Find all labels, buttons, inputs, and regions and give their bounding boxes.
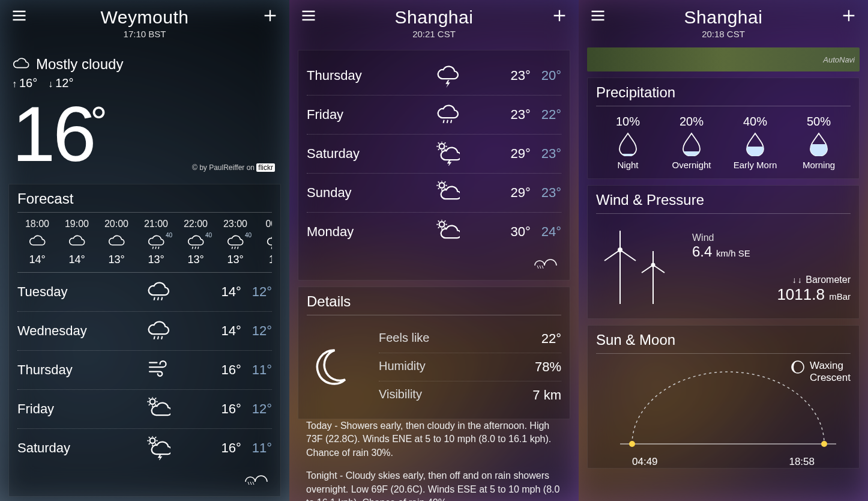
hourly-item: 21:00 40 13° [136, 219, 176, 266]
city-name: Weymouth [101, 7, 189, 28]
header-bar: Weymouth 17:10 BST [8, 0, 281, 44]
provider-attribution[interactable] [307, 251, 561, 280]
daily-row: Tuesday 14°12° [17, 272, 272, 311]
high-temp: ↑16° [12, 76, 37, 90]
weather-icon [436, 142, 466, 166]
hourly-item: 00:0 13 [255, 219, 272, 266]
svg-line-12 [604, 250, 620, 261]
weather-icon [146, 358, 176, 382]
add-location-icon[interactable] [840, 7, 857, 24]
weather-icon [146, 280, 176, 304]
header-bar: Shanghai 20:21 CST [298, 0, 570, 44]
moon-icon [307, 325, 367, 409]
details-panel: Details Feels like22°Humidity78%Visibili… [298, 287, 570, 419]
menu-icon[interactable] [300, 7, 317, 24]
wunderground-logo [531, 255, 561, 272]
weather-screen-3: Shanghai 20:18 CST AutoNavi Precipitatio… [579, 0, 868, 501]
daily-row: Thursday 16°11° [17, 350, 272, 389]
local-time: 20:21 CST [395, 29, 474, 39]
sunset-time: 18:58 [789, 456, 815, 468]
forecast-label: Forecast [17, 190, 272, 213]
wind-value: 6.4 km/h SE [692, 243, 851, 260]
sun-moon-panel: Sun & Moon WaxingCrescent 04:49 [587, 325, 860, 469]
map-provider-label: AutoNavi [823, 55, 855, 64]
add-location-icon[interactable] [262, 7, 279, 24]
wind-pressure-label: Wind & Pressure [596, 192, 851, 214]
hourly-forecast[interactable]: 18:00 14°19:00 14°20:00 13°21:00 40 13°2… [17, 213, 272, 266]
svg-rect-8 [809, 144, 829, 156]
daily-row: Saturday 16°11° [17, 428, 272, 467]
precip-item: 40% Early Morn [723, 115, 787, 170]
svg-point-21 [629, 441, 635, 447]
city-name: Shanghai [395, 7, 474, 28]
svg-point-0 [149, 399, 155, 404]
details-item: Visibility7 km [379, 381, 561, 409]
daily-forecast-list: Tuesday 14°12°Wednesday 14°12°Thursday 1… [17, 272, 272, 467]
wind-pressure-panel: Wind & Pressure [587, 185, 860, 319]
weather-icon [436, 103, 466, 127]
daily-row: Monday 30°24° [307, 212, 561, 251]
low-temp: ↓12° [48, 76, 73, 90]
hourly-item: 19:00 14° [57, 219, 97, 266]
precipitation-row: 10% Night20% Overnight40% Early Morn50% … [596, 106, 851, 178]
flickr-logo: flickr [256, 163, 275, 172]
wind-turbine-icon [596, 226, 680, 304]
barometer-value: 1011.8 mBar [692, 285, 851, 304]
svg-point-1 [149, 438, 155, 443]
narrative-today: Today - Showers early, then cloudy in th… [306, 419, 562, 460]
svg-rect-7 [745, 147, 765, 156]
svg-line-13 [620, 250, 636, 261]
weather-icon [436, 220, 466, 244]
sun-moon-label: Sun & Moon [596, 332, 851, 354]
condition-text: Mostly cloudy [36, 56, 123, 73]
details-item: Humidity78% [379, 353, 561, 381]
daily-row: Friday 23°22° [307, 95, 561, 134]
cloud-icon [12, 57, 30, 71]
map-preview[interactable]: AutoNavi [587, 47, 860, 71]
sun-arc [620, 360, 836, 450]
daily-row: Sunday 29°23° [307, 173, 561, 212]
daily-row: Saturday 29°23° [307, 134, 561, 173]
menu-icon[interactable] [589, 7, 606, 24]
local-time: 20:18 CST [684, 29, 763, 39]
wind-label: Wind [692, 232, 851, 243]
daily-row: Friday 16°12° [17, 389, 272, 428]
precip-item: 20% Overnight [660, 115, 723, 170]
hourly-item: 22:00 40 13° [176, 219, 215, 266]
svg-rect-5 [618, 154, 638, 156]
menu-icon[interactable] [11, 7, 28, 24]
current-conditions: Mostly cloudy ↑16° ↓12° 16° © by PaulRei… [8, 44, 281, 178]
svg-point-3 [439, 183, 444, 188]
precipitation-panel: Precipitation 10% Night20% Overnight40% … [587, 77, 860, 179]
svg-rect-6 [681, 151, 702, 156]
wunderground-logo [242, 471, 272, 488]
weather-icon [436, 64, 466, 88]
weather-screen-1: Weymouth 17:10 BST Mostly cloudy ↑16° ↓1… [0, 0, 289, 501]
precipitation-label: Precipitation [596, 84, 851, 106]
add-location-icon[interactable] [551, 7, 568, 24]
svg-line-17 [642, 265, 653, 273]
local-time: 17:10 BST [101, 29, 189, 39]
current-temperature: 16° [12, 95, 277, 173]
forecast-panel: Forecast 18:00 14°19:00 14°20:00 13°21:0… [8, 184, 281, 497]
precip-item: 50% Morning [787, 115, 851, 170]
svg-point-4 [439, 222, 444, 227]
svg-point-2 [439, 144, 444, 149]
hourly-item: 23:00 40 13° [215, 219, 255, 266]
daily-forecast-list: Thursday 23°20°Friday 23°22°Saturday 29°… [307, 56, 561, 251]
hourly-item: 20:00 13° [97, 219, 136, 266]
hourly-item: 18:00 14° [17, 219, 57, 266]
daily-row: Thursday 23°20° [307, 56, 561, 95]
weather-icon [146, 436, 176, 460]
svg-line-18 [653, 265, 665, 273]
provider-attribution[interactable] [17, 467, 272, 496]
city-name: Shanghai [684, 7, 763, 28]
weather-screen-2: Shanghai 20:21 CST Thursday 23°20°Friday… [289, 0, 579, 501]
weather-narrative: Today - Showers early, then cloudy in th… [298, 419, 570, 501]
details-list: Feels like22°Humidity78%Visibility7 km [379, 325, 561, 409]
header-bar: Shanghai 20:18 CST [587, 0, 860, 44]
daily-row: Wednesday 14°12° [17, 311, 272, 350]
precip-item: 10% Night [596, 115, 660, 170]
weather-icon [146, 319, 176, 343]
details-item: Feels like22° [379, 325, 561, 353]
